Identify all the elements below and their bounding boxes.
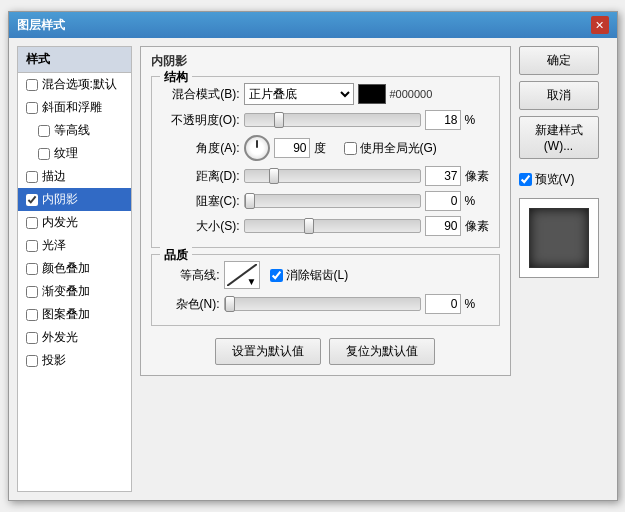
distance-slider-container <box>244 169 421 183</box>
antialias-text: 消除锯齿(L) <box>286 267 349 284</box>
sidebar-item-inner-glow[interactable]: 内发光 <box>18 211 131 234</box>
antialias-checkbox[interactable] <box>270 269 283 282</box>
satin-checkbox[interactable] <box>26 240 38 252</box>
bevel-checkbox[interactable] <box>26 102 38 114</box>
opacity-input[interactable] <box>425 110 461 130</box>
preview-checkbox[interactable] <box>519 173 532 186</box>
distance-slider[interactable] <box>244 169 421 183</box>
color-picker-box[interactable] <box>358 84 386 104</box>
restore-default-button[interactable]: 复位为默认值 <box>329 338 435 365</box>
global-light-text: 使用全局光(G) <box>360 140 437 157</box>
sidebar-item-blending[interactable]: 混合选项:默认 <box>18 73 131 96</box>
angle-unit: 度 <box>314 140 340 157</box>
sidebar-item-label: 等高线 <box>54 122 90 139</box>
sidebar-item-stroke[interactable]: 描边 <box>18 165 131 188</box>
new-style-button[interactable]: 新建样式(W)... <box>519 116 599 159</box>
noise-label: 杂色(N): <box>160 296 220 313</box>
inner-shadow-checkbox[interactable] <box>26 194 38 206</box>
size-row: 大小(S): 像素 <box>160 216 491 236</box>
opacity-slider[interactable] <box>244 113 421 127</box>
quality-group: 品质 等高线: ▼ 消除锯齿(L) <box>151 254 500 326</box>
noise-unit: % <box>465 297 491 311</box>
sidebar-item-satin[interactable]: 光泽 <box>18 234 131 257</box>
opacity-unit: % <box>465 113 491 127</box>
sidebar-item-label: 内发光 <box>42 214 78 231</box>
size-input[interactable] <box>425 216 461 236</box>
sidebar-item-label: 渐变叠加 <box>42 283 90 300</box>
panel-title: 内阴影 <box>151 53 500 70</box>
choke-slider[interactable] <box>244 194 421 208</box>
sidebar-item-drop-shadow[interactable]: 投影 <box>18 349 131 372</box>
drop-shadow-checkbox[interactable] <box>26 355 38 367</box>
angle-input[interactable] <box>274 138 310 158</box>
angle-label: 角度(A): <box>160 140 240 157</box>
choke-row: 阻塞(C): % <box>160 191 491 211</box>
sidebar-item-label: 外发光 <box>42 329 78 346</box>
sidebar-item-gradient-overlay[interactable]: 渐变叠加 <box>18 280 131 303</box>
blend-mode-row: 混合模式(B): 正常溶解正片叠底滤色叠加 #000000 <box>160 83 491 105</box>
noise-row: 杂色(N): % <box>160 294 491 314</box>
blending-checkbox[interactable] <box>26 79 38 91</box>
sidebar-item-outer-glow[interactable]: 外发光 <box>18 326 131 349</box>
contour-row: 等高线: ▼ 消除锯齿(L) <box>160 261 491 289</box>
noise-slider[interactable] <box>224 297 421 311</box>
choke-label: 阻塞(C): <box>160 193 240 210</box>
outer-glow-checkbox[interactable] <box>26 332 38 344</box>
angle-row: 角度(A): 度 使用全局光(G) <box>160 135 491 161</box>
sidebar-item-label: 颜色叠加 <box>42 260 90 277</box>
preview-label-row: 预览(V) <box>519 171 609 188</box>
contour-label: 等高线: <box>160 267 220 284</box>
angle-dial[interactable] <box>244 135 270 161</box>
distance-row: 距离(D): 像素 <box>160 166 491 186</box>
ok-button[interactable]: 确定 <box>519 46 599 75</box>
opacity-slider-container <box>244 113 421 127</box>
global-light-label: 使用全局光(G) <box>344 140 437 157</box>
structure-legend: 结构 <box>160 69 192 86</box>
pattern-overlay-checkbox[interactable] <box>26 309 38 321</box>
sidebar-item-bevel[interactable]: 斜面和浮雕 <box>18 96 131 119</box>
contour-checkbox[interactable] <box>38 125 50 137</box>
preview-inner <box>529 208 589 268</box>
stroke-checkbox[interactable] <box>26 171 38 183</box>
structure-group: 结构 混合模式(B): 正常溶解正片叠底滤色叠加 #000000 不透明度(O)… <box>151 76 500 248</box>
color-overlay-checkbox[interactable] <box>26 263 38 275</box>
blend-mode-label: 混合模式(B): <box>160 86 240 103</box>
close-button[interactable]: ✕ <box>591 16 609 34</box>
sidebar-title: 样式 <box>18 47 131 73</box>
noise-input[interactable] <box>425 294 461 314</box>
distance-input[interactable] <box>425 166 461 186</box>
sidebar-item-label: 描边 <box>42 168 66 185</box>
size-label: 大小(S): <box>160 218 240 235</box>
sidebar-item-pattern-overlay[interactable]: 图案叠加 <box>18 303 131 326</box>
sidebar-item-label: 图案叠加 <box>42 306 90 323</box>
contour-preview[interactable]: ▼ <box>224 261 260 289</box>
size-slider[interactable] <box>244 219 421 233</box>
texture-checkbox[interactable] <box>38 148 50 160</box>
opacity-row: 不透明度(O): % <box>160 110 491 130</box>
global-light-checkbox[interactable] <box>344 142 357 155</box>
sidebar-item-contour[interactable]: 等高线 <box>18 119 131 142</box>
inner-glow-checkbox[interactable] <box>26 217 38 229</box>
sidebar-item-texture[interactable]: 纹理 <box>18 142 131 165</box>
sidebar-item-color-overlay[interactable]: 颜色叠加 <box>18 257 131 280</box>
sidebar-item-label: 投影 <box>42 352 66 369</box>
distance-unit: 像素 <box>465 168 491 185</box>
title-bar: 图层样式 ✕ <box>9 12 617 38</box>
blend-mode-select[interactable]: 正常溶解正片叠底滤色叠加 <box>244 83 354 105</box>
right-panel: 确定 取消 新建样式(W)... 预览(V) <box>519 46 609 492</box>
main-content: 内阴影 结构 混合模式(B): 正常溶解正片叠底滤色叠加 #000000 不透明… <box>140 46 511 492</box>
sidebar: 样式 混合选项:默认 斜面和浮雕 等高线 纹理 描边 <box>17 46 132 492</box>
gradient-overlay-checkbox[interactable] <box>26 286 38 298</box>
preview-label: 预览(V) <box>535 171 575 188</box>
quality-legend: 品质 <box>160 247 192 264</box>
noise-slider-container <box>224 297 421 311</box>
distance-label: 距离(D): <box>160 168 240 185</box>
size-slider-container <box>244 219 421 233</box>
dialog-title: 图层样式 <box>17 17 65 34</box>
cancel-button[interactable]: 取消 <box>519 81 599 110</box>
sidebar-item-inner-shadow[interactable]: 内阴影 <box>18 188 131 211</box>
choke-input[interactable] <box>425 191 461 211</box>
set-default-button[interactable]: 设置为默认值 <box>215 338 321 365</box>
sidebar-item-label: 斜面和浮雕 <box>42 99 102 116</box>
sidebar-item-label: 光泽 <box>42 237 66 254</box>
